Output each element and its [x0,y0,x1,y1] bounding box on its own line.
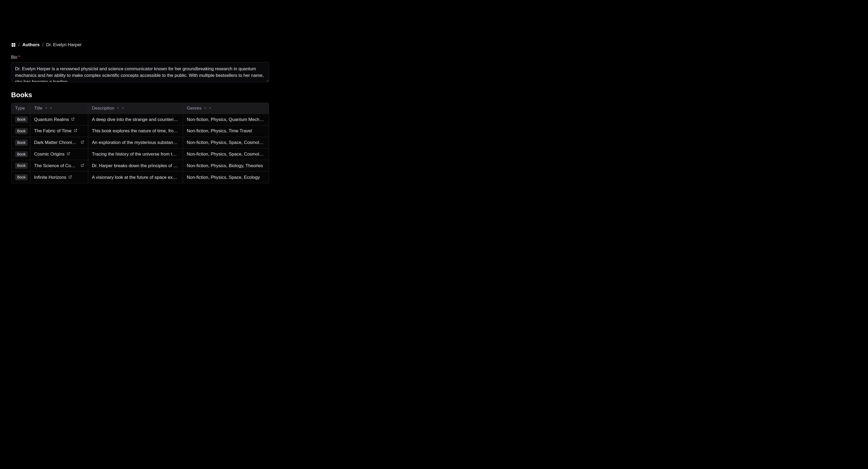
cell-genres: Non-fiction, Physics, Space, Ecology [183,171,269,183]
open-external-icon[interactable] [81,140,84,145]
book-genres: Non-fiction, Physics, Biology, Theories [187,163,265,168]
cell-type: Book [11,125,30,137]
type-badge: Book [15,128,28,134]
open-external-icon[interactable] [71,117,75,122]
cell-type: Book [11,114,30,125]
open-external-icon[interactable] [74,128,78,134]
book-title: Quantum Realms [34,117,69,122]
book-title: Infinite Horizons [34,175,66,180]
cell-description: This book explores the nature of time, f… [88,125,183,137]
book-genres: Non-fiction, Physics, Space, Cosmology, … [187,152,265,157]
cell-genres: Non-fiction, Physics, Space, Cosmology, … [183,149,269,160]
book-description: Dr. Harper breaks down the principles of… [92,163,179,168]
book-genres: Non-fiction, Physics, Time Travel [187,128,265,134]
cell-type: Book [11,149,30,160]
table-header-row: Type Title Description Genres [11,103,269,114]
required-asterisk: * [18,55,20,60]
open-external-icon[interactable] [67,152,70,157]
cell-genres: Non-fiction, Physics, Space, Cosmology [183,137,269,148]
column-header-description-label: Description [92,106,114,111]
book-title: The Fabric of Time [34,128,71,134]
sort-desc-icon[interactable] [209,106,212,111]
column-header-title[interactable]: Title [30,103,88,114]
breadcrumb-current: Dr. Evelyn Harper [46,42,82,48]
open-external-icon[interactable] [68,175,72,180]
cell-title: Infinite Horizons [30,171,88,183]
book-description: An exploration of the mysterious substan… [92,140,179,145]
cell-type: Book [11,160,30,171]
column-header-genres-label: Genres [187,106,202,111]
cell-title: Cosmic Origins [30,149,88,160]
book-title: Cosmic Origins [34,152,64,157]
cell-title: Quantum Realms [30,114,88,125]
bio-textarea[interactable] [11,62,269,82]
open-external-icon[interactable] [81,163,84,168]
book-title: The Science of Compl… [34,163,79,168]
cell-title: Dark Matter Chronicles [30,137,88,148]
column-header-genres[interactable]: Genres [183,103,269,114]
table-row[interactable]: BookThe Fabric of TimeThis book explores… [11,125,269,137]
type-badge: Book [15,163,28,169]
books-heading: Books [11,91,269,99]
type-badge: Book [15,151,28,157]
sort-asc-icon[interactable] [117,106,120,111]
cell-description: A deep dive into the strange and counter… [88,114,183,125]
sort-desc-icon[interactable] [121,106,124,111]
cell-description: Dr. Harper breaks down the principles of… [88,160,183,171]
book-description: A visionary look at the future of space … [92,175,179,180]
sort-asc-icon[interactable] [204,106,207,111]
books-table: Type Title Description Genres [11,103,269,183]
cell-description: Tracing the history of the universe from… [88,149,183,160]
book-genres: Non-fiction, Physics, Space, Ecology [187,175,265,180]
cell-description: A visionary look at the future of space … [88,171,183,183]
app-logo-icon[interactable] [11,42,16,47]
book-description: Tracing the history of the universe from… [92,152,179,157]
breadcrumb: / Authors / Dr. Evelyn Harper [11,42,269,48]
type-badge: Book [15,140,28,146]
table-row[interactable]: BookThe Science of Compl…Dr. Harper brea… [11,160,269,171]
cell-description: An exploration of the mysterious substan… [88,137,183,148]
breadcrumb-separator: / [42,42,43,48]
book-genres: Non-fiction, Physics, Quantum Mechanics [187,117,265,122]
table-row[interactable]: BookQuantum RealmsA deep dive into the s… [11,114,269,125]
cell-title: The Fabric of Time [30,125,88,137]
bio-label-text: Bio [11,55,17,60]
breadcrumb-separator: / [19,42,20,48]
column-header-title-label: Title [34,106,42,111]
cell-type: Book [11,171,30,183]
cell-genres: Non-fiction, Physics, Time Travel [183,125,269,137]
cell-genres: Non-fiction, Physics, Biology, Theories [183,160,269,171]
table-row[interactable]: BookCosmic OriginsTracing the history of… [11,149,269,160]
book-genres: Non-fiction, Physics, Space, Cosmology [187,140,265,145]
table-row[interactable]: BookDark Matter ChroniclesAn exploration… [11,137,269,149]
breadcrumb-authors-link[interactable]: Authors [23,42,40,48]
bio-field-label: Bio * [11,55,269,60]
cell-genres: Non-fiction, Physics, Quantum Mechanics [183,114,269,125]
book-description: This book explores the nature of time, f… [92,128,179,134]
table-row[interactable]: BookInfinite HorizonsA visionary look at… [11,171,269,183]
column-header-type-label: Type [15,106,25,111]
type-badge: Book [15,117,28,123]
column-header-type: Type [11,103,30,114]
book-title: Dark Matter Chronicles [34,140,79,145]
sort-asc-icon[interactable] [44,106,48,111]
cell-type: Book [11,137,30,148]
sort-desc-icon[interactable] [50,106,53,111]
type-badge: Book [15,174,28,180]
cell-title: The Science of Compl… [30,160,88,171]
book-description: A deep dive into the strange and counter… [92,117,179,122]
column-header-description[interactable]: Description [88,103,183,114]
table-body: BookQuantum RealmsA deep dive into the s… [11,114,269,183]
